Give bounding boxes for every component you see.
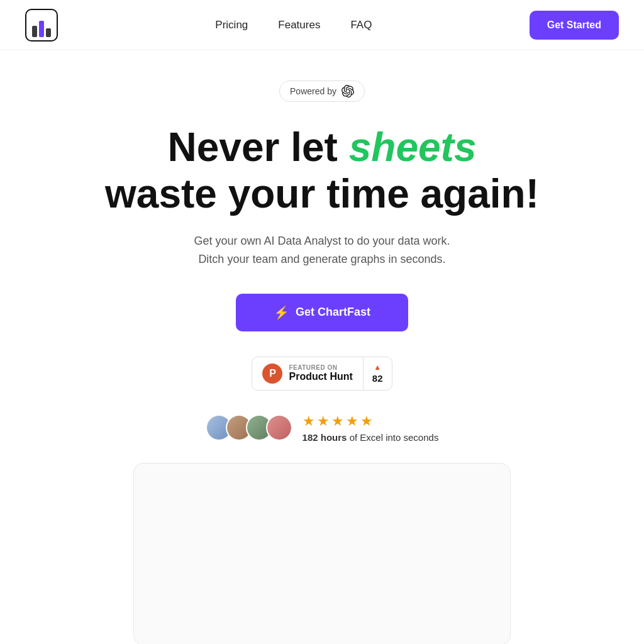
logo-icon — [25, 9, 58, 42]
ph-badge-right: ▲ 82 — [364, 358, 392, 389]
star-rating: ★ ★ ★ ★ ★ — [303, 413, 439, 430]
review-text: 182 hours of Excel into seconds — [303, 432, 439, 443]
nav-pricing[interactable]: Pricing — [215, 19, 248, 31]
ph-logo-letter: P — [269, 368, 276, 379]
bolt-icon: ⚡ — [274, 305, 289, 320]
nav-faq[interactable]: FAQ — [350, 19, 372, 31]
demo-card — [133, 463, 511, 644]
hero-subtitle-line2: Ditch your team and generate graphs in s… — [198, 253, 445, 265]
ph-text-block: FEATURED ON Product Hunt — [289, 364, 352, 382]
get-chartfast-button[interactable]: ⚡ Get ChartFast — [236, 294, 408, 331]
reviews-row: ★ ★ ★ ★ ★ 182 hours of Excel into second… — [206, 413, 439, 443]
main-content: Powered by Never let sheets waste your t… — [0, 50, 644, 644]
star-3: ★ — [331, 413, 344, 430]
openai-icon — [341, 85, 354, 97]
review-bold: 182 hours — [303, 432, 347, 443]
powered-by-badge: Powered by — [279, 80, 365, 102]
get-started-button[interactable]: Get Started — [530, 11, 619, 40]
hero-title-highlight: sheets — [349, 125, 477, 170]
ph-featured-label: FEATURED ON — [289, 364, 352, 371]
ph-logo: P — [262, 364, 282, 384]
logo[interactable] — [25, 9, 58, 42]
hero-subtitle-line1: Get your own AI Data Analyst to do your … — [194, 235, 450, 247]
ph-upvote-arrow: ▲ — [374, 363, 381, 372]
stars-block: ★ ★ ★ ★ ★ 182 hours of Excel into second… — [303, 413, 439, 443]
star-4: ★ — [346, 413, 358, 430]
hero-title: Never let sheets waste your time again! — [105, 125, 539, 217]
nav-features[interactable]: Features — [278, 19, 320, 31]
ph-badge-left: P FEATURED ON Product Hunt — [252, 357, 363, 390]
star-1: ★ — [303, 413, 315, 430]
hero-title-start: Never let — [168, 125, 349, 170]
cta-label: Get ChartFast — [296, 306, 370, 319]
navbar: Pricing Features FAQ Get Started — [0, 0, 644, 50]
hero-subtitle: Get your own AI Data Analyst to do your … — [194, 232, 450, 269]
product-hunt-badge[interactable]: P FEATURED ON Product Hunt ▲ 82 — [252, 357, 392, 391]
review-rest: of Excel into seconds — [347, 432, 438, 443]
ph-vote-count: 82 — [372, 373, 383, 384]
ph-name: Product Hunt — [289, 371, 352, 382]
avatar-stack — [206, 414, 292, 441]
hero-title-end: waste your time again! — [105, 171, 539, 216]
avatar-4 — [266, 414, 292, 441]
nav-links: Pricing Features FAQ — [215, 19, 372, 31]
star-5: ★ — [360, 413, 373, 430]
star-2: ★ — [317, 413, 330, 430]
powered-by-label: Powered by — [290, 86, 336, 96]
avatar-img-4 — [267, 416, 291, 440]
